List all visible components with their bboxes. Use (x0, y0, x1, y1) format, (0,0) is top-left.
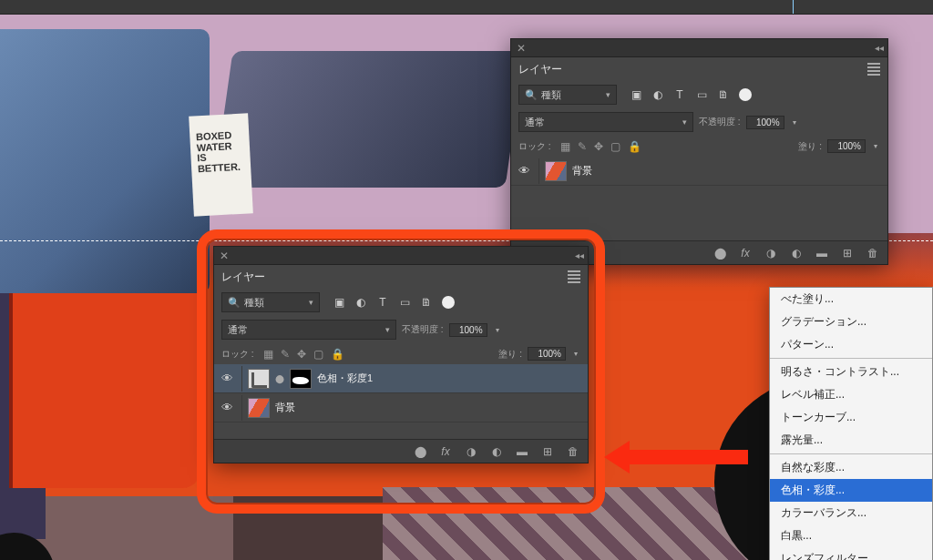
link-layers-icon[interactable]: ⬤ (413, 445, 427, 458)
mask-thumbnail[interactable] (290, 369, 312, 389)
blend-mode-dropdown[interactable]: 通常 ▾ (518, 112, 693, 132)
arrow-shaft (630, 450, 748, 464)
mask-icon[interactable]: ◑ (464, 445, 478, 458)
layer-thumbnail[interactable] (545, 161, 567, 181)
layer-name[interactable]: 背景 (572, 164, 592, 178)
link-icon[interactable]: ⬤ (275, 374, 284, 383)
filter-label: 種類 (244, 296, 264, 310)
filter-type-icon[interactable]: T (673, 88, 686, 101)
adjustment-layer-icon[interactable]: ◐ (789, 247, 804, 260)
adjustment-layer-icon[interactable]: ◐ (489, 445, 504, 458)
menu-item[interactable]: グラデーション... (770, 311, 932, 333)
blend-mode-label: 通常 (525, 116, 545, 129)
collapse-icon[interactable]: ◂◂ (875, 43, 884, 53)
filter-smart-icon[interactable]: 🗎 (717, 88, 730, 101)
menu-item[interactable]: レンズフィルター... (770, 547, 932, 560)
menu-item[interactable]: パターン... (770, 333, 932, 356)
menu-item[interactable]: 自然な彩度... (770, 456, 932, 479)
fx-icon[interactable]: fx (738, 247, 753, 260)
fill-label: 塗り : (798, 140, 822, 153)
lock-transparency-icon[interactable]: ▦ (560, 140, 570, 153)
delete-layer-icon[interactable]: 🗑 (866, 247, 880, 260)
panel-title: レイヤー (518, 62, 562, 77)
menu-item[interactable]: 明るさ・コントラスト... (770, 361, 932, 383)
filter-type-dropdown[interactable]: 🔍 種類 ▾ (221, 292, 320, 312)
filter-adjust-icon[interactable]: ◐ (354, 296, 367, 309)
menu-item[interactable]: レベル補正... (770, 383, 932, 406)
menu-item[interactable]: 色相・彩度... (770, 479, 932, 502)
filter-toggle-icon[interactable] (442, 296, 455, 309)
visibility-eye-icon[interactable]: 👁 (515, 164, 533, 178)
layer-name[interactable]: 背景 (275, 401, 295, 414)
link-layers-icon[interactable]: ⬤ (713, 247, 727, 260)
new-layer-icon[interactable]: ⊞ (840, 247, 855, 260)
blend-mode-label: 通常 (228, 323, 248, 337)
filter-shape-icon[interactable]: ▭ (398, 296, 411, 309)
opacity-value[interactable]: 100% (746, 116, 784, 129)
menu-item[interactable]: 白黒... (770, 524, 932, 547)
fill-label: 塗り : (498, 348, 522, 361)
adjustment-layer-menu[interactable]: べた塗り...グラデーション...パターン...明るさ・コントラスト...レベル… (769, 287, 933, 560)
lock-paint-icon[interactable]: ✎ (578, 140, 587, 153)
opacity-value[interactable]: 100% (449, 323, 487, 337)
lock-label: ロック : (518, 140, 551, 153)
lock-label: ロック : (221, 348, 254, 361)
menu-item[interactable]: カラーバランス... (770, 502, 932, 524)
lock-paint-icon[interactable]: ✎ (281, 348, 290, 361)
filter-image-icon[interactable]: ▣ (630, 88, 642, 101)
ruler-playhead[interactable] (793, 0, 794, 15)
blend-mode-dropdown[interactable]: 通常 ▾ (221, 320, 396, 340)
search-icon: 🔍 (228, 297, 241, 309)
filter-type-icon[interactable]: T (376, 296, 389, 309)
collapse-icon[interactable]: ◂◂ (575, 250, 584, 260)
filter-adjust-icon[interactable]: ◐ (651, 88, 664, 101)
layer-row-background[interactable]: 👁 背景 (511, 157, 887, 186)
layer-name[interactable]: 色相・彩度1 (317, 372, 373, 385)
panel-footer: ⬤ fx ◑ ◐ ▬ ⊞ 🗑 (214, 439, 588, 463)
fill-value[interactable]: 100% (528, 347, 566, 361)
fill-chevron-icon[interactable]: ▾ (571, 350, 580, 358)
layer-row-background[interactable]: 👁 背景 (214, 393, 588, 423)
visibility-eye-icon[interactable]: 👁 (218, 401, 236, 414)
menu-item[interactable]: トーンカーブ... (770, 406, 932, 429)
opacity-chevron-icon[interactable]: ▾ (790, 118, 799, 127)
layers-panel-back[interactable]: ✕ ◂◂ レイヤー 🔍 種類 ▾ ▣ ◐ T ▭ 🗎 通常 ▾ 不透明度 : 1… (510, 38, 888, 265)
chevron-down-icon: ▾ (385, 325, 390, 334)
mask-icon[interactable]: ◑ (764, 247, 778, 260)
bg-box-text: BOXEDWATERISBETTER. (196, 130, 241, 175)
lock-all-icon[interactable]: 🔒 (628, 140, 641, 153)
menu-item[interactable]: べた塗り... (770, 288, 932, 311)
group-icon[interactable]: ▬ (515, 445, 529, 458)
adjustment-thumbnail[interactable] (248, 369, 270, 389)
layer-row-hue-sat[interactable]: 👁 ⬤ 色相・彩度1 (214, 364, 588, 393)
filter-type-dropdown[interactable]: 🔍 種類 ▾ (518, 85, 617, 105)
filter-image-icon[interactable]: ▣ (333, 296, 345, 309)
menu-item[interactable]: 露光量... (770, 429, 932, 452)
lock-move-icon[interactable]: ✥ (594, 140, 603, 153)
filter-toggle-icon[interactable] (739, 88, 752, 101)
fill-chevron-icon[interactable]: ▾ (871, 142, 880, 150)
panel-menu-icon[interactable] (568, 269, 580, 285)
lock-artboard-icon[interactable]: ▢ (610, 140, 620, 153)
close-icon[interactable]: ✕ (515, 42, 528, 55)
opacity-label: 不透明度 : (402, 323, 444, 336)
opacity-chevron-icon[interactable]: ▾ (493, 326, 502, 334)
group-icon[interactable]: ▬ (815, 247, 829, 260)
filter-smart-icon[interactable]: 🗎 (420, 296, 433, 309)
layers-panel-front[interactable]: ✕ ◂◂ レイヤー 🔍 種類 ▾ ▣ ◐ T ▭ 🗎 通常 ▾ 不透明度 : 1… (213, 246, 589, 463)
bg-windshield (213, 51, 524, 188)
close-icon[interactable]: ✕ (218, 249, 231, 262)
lock-transparency-icon[interactable]: ▦ (263, 348, 273, 361)
panel-menu-icon[interactable] (867, 61, 880, 77)
layer-thumbnail[interactable] (248, 398, 270, 418)
fx-icon[interactable]: fx (438, 445, 453, 458)
fill-value[interactable]: 100% (827, 139, 866, 153)
filter-shape-icon[interactable]: ▭ (695, 88, 708, 101)
lock-all-icon[interactable]: 🔒 (331, 348, 344, 361)
lock-move-icon[interactable]: ✥ (297, 348, 306, 361)
delete-layer-icon[interactable]: 🗑 (566, 445, 580, 458)
arrow-head-icon (604, 441, 630, 473)
visibility-eye-icon[interactable]: 👁 (218, 372, 236, 385)
lock-artboard-icon[interactable]: ▢ (313, 348, 323, 361)
new-layer-icon[interactable]: ⊞ (540, 445, 555, 458)
